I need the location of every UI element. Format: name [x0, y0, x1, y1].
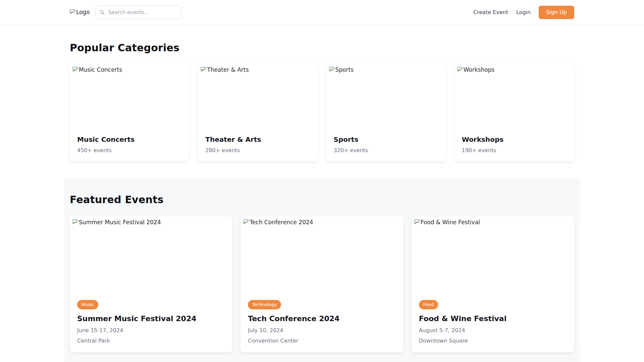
category-event-count: 190+ events [462, 147, 567, 154]
event-date: July 10, 2024 [248, 327, 396, 334]
broken-image-icon [72, 66, 78, 73]
header-inner: Logo Create Event Login Sign Up [64, 0, 580, 24]
category-card-body: Theater & Arts 280+ events [198, 128, 318, 162]
broken-image-icon [201, 66, 207, 73]
featured-events-grid: Summer Music Festival 2024 Music Summer … [70, 216, 574, 353]
nav-login-link[interactable]: Login [516, 8, 531, 17]
event-date: August 5-7, 2024 [419, 327, 567, 334]
header-left-group: Logo [70, 5, 181, 19]
category-event-count: 450+ events [77, 147, 182, 154]
event-title: Summer Music Festival 2024 [77, 314, 225, 323]
event-date: June 15-17, 2024 [77, 327, 225, 334]
broken-image: Food & Wine Festival [414, 219, 480, 226]
broken-image: Tech Conference 2024 [243, 219, 313, 226]
category-event-count: 280+ events [205, 147, 310, 154]
event-category-badge: Music [77, 300, 98, 309]
broken-image-icon [329, 66, 335, 73]
event-category-badge: Food [419, 300, 438, 309]
featured-events-section: Featured Events Summer Music Festival 20… [64, 178, 580, 362]
event-card-tech-conference[interactable]: Tech Conference 2024 Technology Tech Con… [240, 216, 403, 353]
image-alt-text: Food & Wine Festival [421, 219, 480, 226]
broken-image: Workshops [457, 66, 495, 73]
event-card-body: Music Summer Music Festival 2024 June 15… [70, 293, 232, 353]
logo[interactable]: Logo [70, 9, 90, 15]
image-alt-text: Workshops [464, 66, 495, 73]
broken-image: Theater & Arts [201, 66, 249, 73]
categories-section-title: Popular Categories [70, 42, 574, 54]
category-image: Theater & Arts [198, 64, 318, 128]
nav-create-event-link[interactable]: Create Event [473, 8, 508, 17]
header-nav: Create Event Login Sign Up [473, 6, 574, 19]
main-content: Popular Categories Music Concerts Music … [0, 42, 644, 362]
category-name: Theater & Arts [205, 135, 310, 143]
broken-image: Music Concerts [72, 66, 122, 73]
event-image: Tech Conference 2024 [240, 216, 403, 293]
image-alt-text: Summer Music Festival 2024 [79, 219, 161, 226]
category-image: Workshops [454, 64, 574, 128]
event-venue: Convention Center [248, 338, 396, 344]
event-title: Tech Conference 2024 [248, 314, 396, 323]
broken-image: Summer Music Festival 2024 [72, 219, 161, 226]
event-card-body: Food Food & Wine Festival August 5-7, 20… [412, 293, 574, 353]
category-card-music-concerts[interactable]: Music Concerts Music Concerts 450+ event… [70, 64, 190, 162]
image-alt-text: Music Concerts [79, 66, 122, 73]
category-card-sports[interactable]: Sports Sports 320+ events [326, 64, 446, 162]
broken-image: Sports [329, 66, 354, 73]
broken-image-icon [243, 219, 249, 226]
category-image: Sports [326, 64, 446, 128]
category-card-body: Sports 320+ events [326, 128, 446, 162]
event-image: Summer Music Festival 2024 [70, 216, 232, 293]
signup-button[interactable]: Sign Up [539, 6, 574, 19]
broken-image-icon [72, 219, 78, 226]
image-alt-text: Sports [335, 66, 354, 73]
broken-image-icon [414, 219, 420, 226]
category-card-theater-arts[interactable]: Theater & Arts Theater & Arts 280+ event… [198, 64, 318, 162]
event-venue: Central Park [77, 338, 225, 344]
site-header: Logo Create Event Login Sign Up [0, 0, 644, 24]
search-box [95, 5, 181, 19]
category-card-body: Workshops 190+ events [454, 128, 574, 162]
logo-alt-text: Logo [76, 9, 90, 15]
event-card-body: Technology Tech Conference 2024 July 10,… [240, 293, 403, 353]
broken-image-icon [457, 66, 463, 73]
category-event-count: 320+ events [334, 147, 439, 154]
event-card-summer-music-festival[interactable]: Summer Music Festival 2024 Music Summer … [70, 216, 232, 353]
broken-image-icon [70, 9, 76, 15]
image-alt-text: Theater & Arts [207, 66, 249, 73]
category-card-workshops[interactable]: Workshops Workshops 190+ events [454, 64, 574, 162]
category-card-body: Music Concerts 450+ events [70, 128, 190, 162]
image-alt-text: Tech Conference 2024 [250, 219, 313, 226]
category-name: Sports [334, 135, 439, 143]
category-name: Workshops [462, 135, 567, 143]
event-card-food-wine-festival[interactable]: Food & Wine Festival Food Food & Wine Fe… [412, 216, 574, 353]
event-venue: Downtown Square [419, 338, 567, 344]
categories-section: Popular Categories Music Concerts Music … [64, 42, 580, 162]
event-image: Food & Wine Festival [412, 216, 574, 293]
category-name: Music Concerts [77, 135, 182, 143]
featured-section-title: Featured Events [70, 194, 574, 205]
search-input[interactable] [95, 5, 181, 19]
categories-grid: Music Concerts Music Concerts 450+ event… [70, 64, 574, 162]
category-image: Music Concerts [70, 64, 190, 128]
event-title: Food & Wine Festival [419, 314, 567, 323]
event-category-badge: Technology [248, 300, 281, 309]
